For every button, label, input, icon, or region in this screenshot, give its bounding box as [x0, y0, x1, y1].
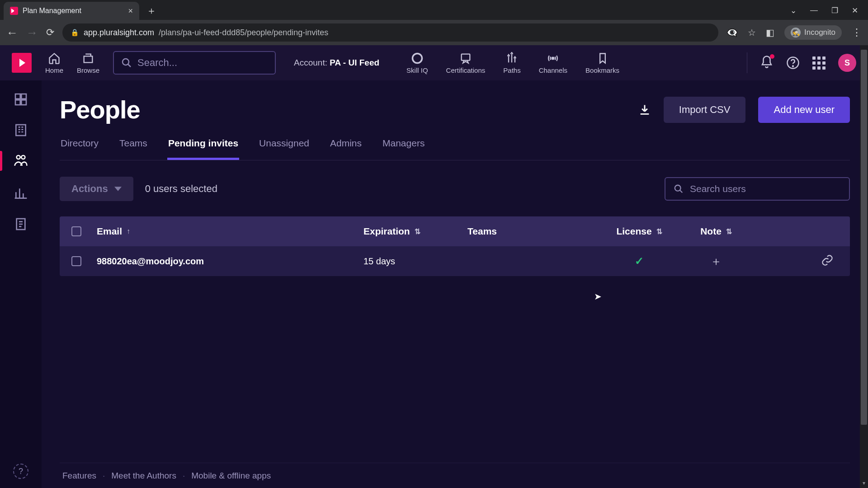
th-note-label: Note	[700, 226, 722, 237]
table-header-row: Email ↑ Expiration ⇅ Teams License ⇅	[60, 216, 850, 246]
notifications-button[interactable]	[760, 55, 774, 70]
nav-browse-label: Browse	[77, 66, 99, 74]
account-indicator[interactable]: Account: PA - UI Feed	[294, 58, 379, 68]
actions-dropdown[interactable]: Actions	[60, 177, 133, 201]
nav-bookmarks[interactable]: Bookmarks	[585, 52, 619, 74]
brand-logo-icon[interactable]	[12, 53, 32, 73]
sort-icon: ⇅	[656, 227, 662, 236]
notification-dot-icon	[770, 54, 774, 59]
browser-toolbar: ← → ⟳ 🔒 app.pluralsight.com/plans/pa-ui-…	[0, 20, 868, 45]
tab-teams[interactable]: Teams	[118, 138, 148, 160]
copy-link-button[interactable]	[821, 254, 834, 269]
import-csv-button[interactable]: Import CSV	[664, 97, 746, 123]
th-lic-label: License	[616, 226, 651, 237]
people-tabs: Directory Teams Pending invites Unassign…	[60, 138, 850, 160]
nav-home[interactable]: Home	[45, 52, 63, 74]
bookmark-star-icon[interactable]: ☆	[748, 27, 756, 38]
download-icon[interactable]	[638, 103, 651, 116]
sidebar-log-icon[interactable]	[14, 217, 28, 231]
tab-unassigned[interactable]: Unassigned	[258, 138, 310, 160]
channels-icon	[547, 52, 559, 65]
nav-browse[interactable]: Browse	[77, 52, 99, 74]
forward-button[interactable]: →	[26, 26, 38, 40]
window-minimize-icon[interactable]: ―	[810, 6, 818, 15]
url-host: app.pluralsight.com	[84, 28, 154, 38]
th-teams[interactable]: Teams	[467, 226, 599, 237]
nav-cert-label: Certifications	[446, 66, 486, 74]
apps-grid-icon[interactable]	[812, 56, 826, 70]
th-expiration[interactable]: Expiration ⇅	[363, 226, 467, 237]
row-checkbox[interactable]	[71, 256, 81, 266]
select-all-checkbox[interactable]	[71, 226, 81, 236]
nav-skilliq[interactable]: Skill IQ	[406, 52, 428, 74]
tab-search-icon[interactable]: ⌄	[790, 6, 797, 15]
sidebar-help-button[interactable]: ?	[13, 464, 28, 479]
tab-label: Directory	[61, 138, 99, 148]
table-row[interactable]: 988020ea@moodjoy.com 15 days ✓ ＋	[60, 246, 850, 276]
main-content: People Import CSV Add new user Directory…	[42, 80, 868, 488]
user-search-input[interactable]	[690, 183, 841, 194]
row-email: 988020ea@moodjoy.com	[97, 256, 204, 267]
scroll-down-icon[interactable]: ▾	[860, 480, 868, 488]
reload-button[interactable]: ⟳	[46, 27, 54, 38]
back-button[interactable]: ←	[6, 26, 18, 40]
footer-link-features[interactable]: Features	[62, 471, 96, 481]
lock-icon: 🔒	[71, 28, 79, 37]
help-icon[interactable]	[786, 56, 800, 70]
sidebar-dashboard-icon[interactable]	[14, 92, 28, 107]
footer-link-authors[interactable]: Meet the Authors	[111, 471, 176, 481]
window-close-icon[interactable]: ✕	[852, 6, 858, 15]
avatar[interactable]: S	[838, 54, 856, 72]
nav-skilliq-label: Skill IQ	[406, 66, 428, 74]
browse-icon	[82, 52, 94, 65]
browser-tab[interactable]: Plan Management ×	[4, 2, 139, 20]
tab-pending-invites[interactable]: Pending invites	[167, 138, 239, 160]
toolbar-right: 👁‍🗨 ☆ ◧ 🕵 Incognito ⋮	[726, 25, 862, 40]
mid-nav: Skill IQ Certifications Paths Channels B…	[406, 52, 619, 74]
paths-icon	[505, 52, 518, 65]
footer-link-mobile[interactable]: Mobile & offline apps	[191, 471, 271, 481]
tab-label: Managers	[382, 138, 425, 148]
sidebar-people[interactable]	[14, 154, 28, 170]
tab-managers[interactable]: Managers	[382, 138, 425, 160]
add-note-icon[interactable]: ＋	[710, 253, 722, 269]
sidebar-org-icon[interactable]	[14, 123, 28, 137]
tab-admins[interactable]: Admins	[329, 138, 363, 160]
nav-certifications[interactable]: Certifications	[446, 52, 486, 74]
favicon-icon	[10, 7, 18, 15]
search-icon	[674, 184, 684, 194]
user-search[interactable]	[665, 177, 850, 201]
global-search[interactable]: Search...	[113, 51, 276, 75]
skilliq-icon	[411, 52, 424, 65]
vertical-scrollbar[interactable]: ▾	[860, 45, 868, 488]
th-license[interactable]: License ⇅	[599, 226, 680, 237]
svg-rect-9	[21, 100, 26, 105]
new-tab-button[interactable]: ＋	[144, 3, 159, 19]
row-expiration: 15 days	[363, 256, 395, 267]
incognito-badge[interactable]: 🕵 Incognito	[784, 25, 842, 40]
selection-count: 0 users selected	[145, 183, 217, 195]
add-user-button[interactable]: Add new user	[758, 97, 850, 123]
th-note[interactable]: Note ⇅	[680, 226, 752, 237]
tab-label: Teams	[119, 138, 147, 148]
nav-paths-label: Paths	[503, 66, 520, 74]
svg-rect-8	[15, 100, 20, 105]
scrollbar-thumb[interactable]	[861, 50, 867, 425]
nav-channels[interactable]: Channels	[539, 52, 567, 74]
address-bar[interactable]: 🔒 app.pluralsight.com/plans/pa-ui-feed-d…	[62, 23, 718, 42]
eye-off-icon[interactable]: 👁‍🗨	[726, 27, 738, 38]
chrome-menu-icon[interactable]: ⋮	[852, 27, 862, 38]
nav-paths[interactable]: Paths	[503, 52, 520, 74]
window-maximize-icon[interactable]: ❐	[831, 6, 838, 15]
svg-point-5	[793, 66, 793, 67]
sidebar-analytics-icon[interactable]	[14, 186, 28, 201]
url-path: /plans/pa-ui-feed-ddd85/people/pending-i…	[159, 28, 328, 38]
side-panel-icon[interactable]: ◧	[766, 27, 774, 38]
svg-point-12	[21, 155, 25, 159]
browser-tab-strip: Plan Management × ＋ ⌄ ― ❐ ✕	[0, 0, 868, 20]
tab-close-icon[interactable]: ×	[128, 6, 133, 16]
home-icon	[48, 52, 61, 65]
tab-directory[interactable]: Directory	[60, 138, 99, 160]
tab-label: Unassigned	[259, 138, 309, 148]
th-email[interactable]: Email ↑	[97, 226, 363, 237]
